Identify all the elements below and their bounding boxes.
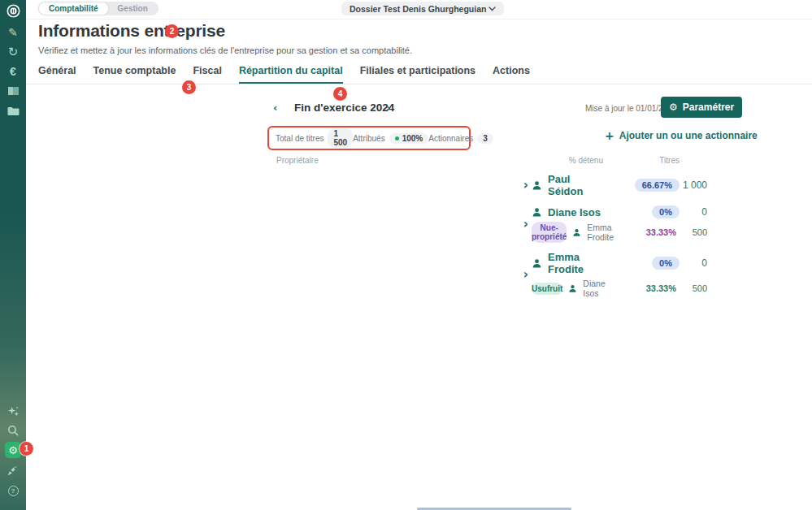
stat-value-pill: 1 500: [328, 128, 353, 148]
owner-name: Emma Frodite: [548, 251, 603, 275]
stat-label: Total de titres: [276, 134, 323, 143]
stat-value-pill: 100%: [389, 133, 429, 144]
row-chevron-icon[interactable]: ›: [523, 218, 532, 231]
app-window: ✎ ↻ € ⚙: [0, 0, 812, 510]
person-icon: [532, 180, 542, 191]
toggle-gestion[interactable]: Gestion: [108, 2, 158, 15]
owner-cell: Diane Isos: [532, 206, 603, 218]
next-period-button[interactable]: ›: [386, 102, 390, 113]
green-status-dot: [395, 136, 399, 140]
annotation-badge-1: 1: [20, 442, 33, 456]
sub-row-owner-cell: Usufruit Diane Isos: [532, 279, 603, 298]
sync-icon[interactable]: ↻: [0, 44, 26, 60]
sub-row-percent: 33.33%: [646, 227, 680, 237]
tab-repartition-du-capital[interactable]: Répartition du capital: [239, 65, 343, 84]
sub-row-owner-cell: Nue-propriété Emma Frodite: [532, 222, 603, 243]
sub-row-percent: 33.33%: [646, 283, 680, 293]
owner-cell: Emma Frodite: [532, 251, 603, 275]
configure-button-label: Paramétrer: [683, 102, 734, 113]
table-header-row: Propriétaire % détenu Titres: [276, 156, 707, 165]
person-icon: [572, 228, 581, 237]
add-shareholder-button[interactable]: + Ajouter un ou une actionnaire: [605, 130, 758, 141]
sub-row-holder-name: Diane Isos: [583, 279, 605, 298]
tab-general[interactable]: Général: [38, 65, 76, 84]
stat-attribues: Attribués 100%: [353, 133, 428, 144]
stat-total-titres: Total de titres 1 500: [276, 128, 353, 148]
capital-table: Propriétaire % détenu Titres Paul Séidon…: [276, 156, 707, 298]
euro-icon[interactable]: €: [0, 63, 26, 80]
col-header-proprietaire: Propriétaire: [276, 156, 532, 165]
sub-row-titres: 500: [693, 283, 707, 293]
ownership-type-tag: Nue-propriété: [532, 222, 567, 243]
gear-icon[interactable]: ⚙: [5, 442, 21, 458]
percent-pill: 0%: [652, 257, 680, 270]
tab-bar: Général Tenue comptable Fiscal Répartiti…: [38, 65, 530, 84]
capital-stats-annotated-box: Total de titres 1 500 Attribués 100% Act…: [267, 126, 471, 150]
rocket-icon[interactable]: [0, 462, 26, 478]
row-chevron-icon[interactable]: ›: [523, 269, 532, 281]
gear-icon: ⚙: [669, 102, 678, 112]
pencil-icon[interactable]: ✎: [0, 24, 26, 41]
owner-name: Paul Séidon: [548, 173, 603, 197]
row-chevron-icon[interactable]: ›: [523, 179, 532, 192]
person-icon: [568, 284, 577, 293]
toggle-comptabilite[interactable]: Comptabilité: [39, 2, 108, 15]
ownership-type-tag: Usufruit: [532, 283, 562, 295]
stat-label: Attribués: [353, 134, 384, 143]
sidebar: ✎ ↻ € ⚙: [0, 0, 26, 510]
titres-value: 1 000: [683, 179, 707, 191]
tab-tenue-comptable[interactable]: Tenue comptable: [93, 65, 176, 84]
percent-pill: 0%: [652, 205, 680, 218]
help-icon[interactable]: ?: [0, 482, 26, 499]
sub-row-titres: 500: [693, 227, 707, 237]
plus-icon: +: [605, 130, 614, 141]
annotation-badge-2: 2: [165, 24, 179, 38]
dossier-selector[interactable]: Dossier Test Denis Ghurgheguian: [341, 2, 504, 15]
add-shareholder-label: Ajouter un ou une actionnaire: [619, 130, 758, 141]
percent-pill: 66.67%: [635, 179, 680, 192]
stat-value-pill: 3: [477, 133, 493, 144]
titres-value: 0: [701, 257, 707, 269]
search-icon[interactable]: [0, 422, 26, 439]
configure-button[interactable]: ⚙ Paramétrer: [661, 97, 742, 118]
stat-value: 100%: [402, 134, 423, 143]
tabs-divider: [26, 84, 812, 84]
sparkles-icon[interactable]: [0, 403, 26, 419]
book-icon[interactable]: [0, 83, 26, 99]
tab-filiales-et-participations[interactable]: Filiales et participations: [360, 65, 475, 84]
col-header-percent: % détenu: [569, 156, 603, 165]
sub-row-holder-name: Emma Frodite: [587, 223, 614, 242]
app-logo[interactable]: [0, 2, 26, 19]
dossier-selector-label: Dossier Test Denis Ghurgheguian: [350, 4, 486, 14]
annotation-badge-3: 3: [182, 80, 196, 94]
stat-actionnaires: Actionnaires 3: [428, 133, 493, 144]
titres-value: 0: [701, 206, 707, 218]
tab-actions[interactable]: Actions: [493, 65, 530, 84]
folder-icon[interactable]: [0, 103, 26, 119]
topbar: Comptabilité Gestion Dossier Test Denis …: [26, 0, 812, 19]
logo-icon: [7, 4, 20, 18]
page-title: Informations entreprise: [38, 21, 225, 41]
tab-fiscal[interactable]: Fiscal: [193, 65, 221, 84]
owner-cell: Paul Séidon: [532, 173, 603, 197]
chevron-down-icon: [489, 6, 496, 11]
col-header-titres: Titres: [659, 156, 680, 165]
table-row[interactable]: Emma Frodite 0% 0 › Usufruit Diane Isos …: [276, 251, 707, 298]
previous-period-button[interactable]: ‹: [273, 102, 277, 113]
stat-label: Actionnaires: [428, 134, 473, 143]
annotation-badge-4: 4: [333, 87, 347, 101]
module-toggle: Comptabilité Gestion: [38, 2, 158, 15]
table-row[interactable]: Paul Séidon 66.67% 1 000 ›: [276, 173, 707, 197]
person-icon: [532, 258, 542, 269]
period-label: Fin d'exercice 2024: [294, 102, 394, 114]
person-icon: [532, 207, 542, 218]
help-question-mark: ?: [11, 487, 15, 495]
owner-name: Diane Isos: [548, 206, 601, 218]
table-row[interactable]: Diane Isos 0% 0 › Nue-propriété Emma Fro…: [276, 205, 707, 243]
page-subtitle: Vérifiez et mettez à jour les informatio…: [38, 45, 412, 55]
